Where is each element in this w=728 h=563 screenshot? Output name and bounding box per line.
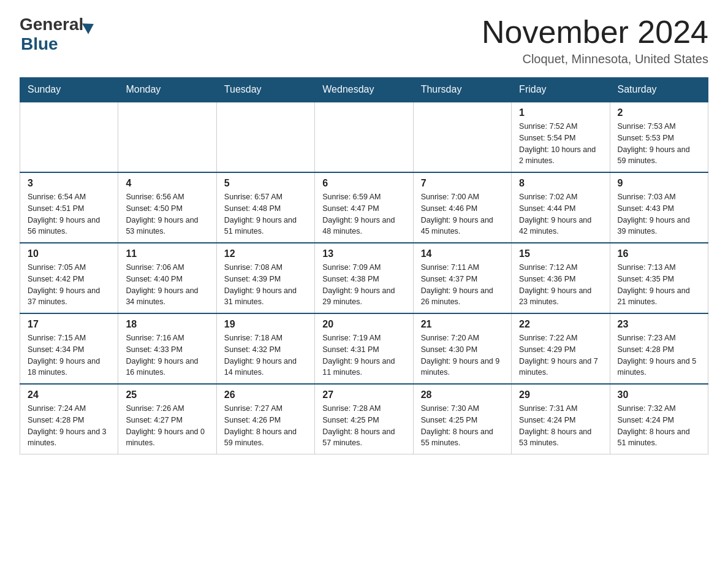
calendar-cell: 24Sunrise: 7:24 AM Sunset: 4:28 PM Dayli… — [20, 384, 118, 454]
calendar-cell: 18Sunrise: 7:16 AM Sunset: 4:33 PM Dayli… — [118, 313, 216, 384]
day-number: 14 — [421, 248, 504, 259]
day-number: 29 — [519, 389, 602, 400]
calendar-cell: 7Sunrise: 7:00 AM Sunset: 4:46 PM Daylig… — [413, 172, 511, 243]
day-info: Sunrise: 6:59 AM Sunset: 4:47 PM Dayligh… — [322, 191, 405, 237]
week-row-1: 1Sunrise: 7:52 AM Sunset: 5:54 PM Daylig… — [20, 102, 708, 172]
day-number: 15 — [519, 248, 602, 259]
day-header-monday: Monday — [118, 78, 216, 102]
day-info: Sunrise: 7:22 AM Sunset: 4:29 PM Dayligh… — [519, 332, 602, 378]
day-header-friday: Friday — [512, 78, 610, 102]
calendar-cell: 25Sunrise: 7:26 AM Sunset: 4:27 PM Dayli… — [118, 384, 216, 454]
calendar-cell: 12Sunrise: 7:08 AM Sunset: 4:39 PM Dayli… — [216, 243, 314, 313]
day-number: 19 — [224, 319, 307, 330]
calendar-cell: 22Sunrise: 7:22 AM Sunset: 4:29 PM Dayli… — [512, 313, 610, 384]
days-header-row: SundayMondayTuesdayWednesdayThursdayFrid… — [20, 78, 708, 102]
calendar-cell: 3Sunrise: 6:54 AM Sunset: 4:51 PM Daylig… — [20, 172, 118, 243]
day-number: 7 — [421, 178, 504, 189]
day-number: 20 — [322, 319, 405, 330]
week-row-5: 24Sunrise: 7:24 AM Sunset: 4:28 PM Dayli… — [20, 384, 708, 454]
day-number: 13 — [322, 248, 405, 259]
day-number: 6 — [322, 178, 405, 189]
calendar-cell: 15Sunrise: 7:12 AM Sunset: 4:36 PM Dayli… — [512, 243, 610, 313]
day-info: Sunrise: 7:11 AM Sunset: 4:37 PM Dayligh… — [421, 262, 504, 308]
day-number: 26 — [224, 389, 307, 400]
calendar-cell: 8Sunrise: 7:02 AM Sunset: 4:44 PM Daylig… — [512, 172, 610, 243]
day-info: Sunrise: 7:19 AM Sunset: 4:31 PM Dayligh… — [322, 332, 405, 378]
day-info: Sunrise: 7:28 AM Sunset: 4:25 PM Dayligh… — [322, 403, 405, 449]
week-row-3: 10Sunrise: 7:05 AM Sunset: 4:42 PM Dayli… — [20, 243, 708, 313]
day-number: 25 — [126, 389, 208, 400]
day-info: Sunrise: 7:23 AM Sunset: 4:28 PM Dayligh… — [618, 332, 700, 378]
day-number: 3 — [28, 178, 110, 189]
day-info: Sunrise: 7:31 AM Sunset: 4:24 PM Dayligh… — [519, 403, 602, 449]
day-info: Sunrise: 7:06 AM Sunset: 4:40 PM Dayligh… — [126, 262, 208, 308]
day-info: Sunrise: 7:52 AM Sunset: 5:54 PM Dayligh… — [519, 121, 602, 167]
day-info: Sunrise: 7:08 AM Sunset: 4:39 PM Dayligh… — [224, 262, 307, 308]
calendar-subtitle: Cloquet, Minnesota, United States — [482, 52, 708, 66]
day-info: Sunrise: 6:57 AM Sunset: 4:48 PM Dayligh… — [224, 191, 307, 237]
day-number: 23 — [618, 319, 700, 330]
calendar-cell: 20Sunrise: 7:19 AM Sunset: 4:31 PM Dayli… — [315, 313, 413, 384]
day-number: 2 — [618, 107, 700, 118]
day-number: 8 — [519, 178, 602, 189]
title-section: November 2024 Cloquet, Minnesota, United… — [482, 15, 708, 66]
day-info: Sunrise: 7:53 AM Sunset: 5:53 PM Dayligh… — [618, 121, 700, 167]
calendar-cell — [20, 102, 118, 172]
day-number: 11 — [126, 248, 208, 259]
day-info: Sunrise: 7:02 AM Sunset: 4:44 PM Dayligh… — [519, 191, 602, 237]
day-info: Sunrise: 7:26 AM Sunset: 4:27 PM Dayligh… — [126, 403, 208, 449]
day-header-wednesday: Wednesday — [315, 78, 413, 102]
calendar-cell: 16Sunrise: 7:13 AM Sunset: 4:35 PM Dayli… — [610, 243, 708, 313]
calendar-cell: 10Sunrise: 7:05 AM Sunset: 4:42 PM Dayli… — [20, 243, 118, 313]
day-number: 27 — [322, 389, 405, 400]
calendar-cell: 30Sunrise: 7:32 AM Sunset: 4:24 PM Dayli… — [610, 384, 708, 454]
day-header-tuesday: Tuesday — [216, 78, 314, 102]
day-number: 12 — [224, 248, 307, 259]
day-info: Sunrise: 7:12 AM Sunset: 4:36 PM Dayligh… — [519, 262, 602, 308]
calendar-cell: 19Sunrise: 7:18 AM Sunset: 4:32 PM Dayli… — [216, 313, 314, 384]
day-info: Sunrise: 7:03 AM Sunset: 4:43 PM Dayligh… — [618, 191, 700, 237]
calendar-title: November 2024 — [482, 15, 708, 50]
day-header-saturday: Saturday — [610, 78, 708, 102]
day-number: 1 — [519, 107, 602, 118]
day-number: 10 — [28, 248, 110, 259]
day-info: Sunrise: 7:30 AM Sunset: 4:25 PM Dayligh… — [421, 403, 504, 449]
calendar-cell: 14Sunrise: 7:11 AM Sunset: 4:37 PM Dayli… — [413, 243, 511, 313]
calendar-cell: 9Sunrise: 7:03 AM Sunset: 4:43 PM Daylig… — [610, 172, 708, 243]
day-number: 22 — [519, 319, 602, 330]
day-number: 21 — [421, 319, 504, 330]
day-info: Sunrise: 7:05 AM Sunset: 4:42 PM Dayligh… — [28, 262, 110, 308]
day-info: Sunrise: 7:32 AM Sunset: 4:24 PM Dayligh… — [618, 403, 700, 449]
day-number: 5 — [224, 178, 307, 189]
calendar-cell: 23Sunrise: 7:23 AM Sunset: 4:28 PM Dayli… — [610, 313, 708, 384]
calendar-cell — [413, 102, 511, 172]
day-number: 18 — [126, 319, 208, 330]
calendar-cell: 17Sunrise: 7:15 AM Sunset: 4:34 PM Dayli… — [20, 313, 118, 384]
calendar-cell: 13Sunrise: 7:09 AM Sunset: 4:38 PM Dayli… — [315, 243, 413, 313]
day-info: Sunrise: 7:15 AM Sunset: 4:34 PM Dayligh… — [28, 332, 110, 378]
calendar-table: SundayMondayTuesdayWednesdayThursdayFrid… — [20, 77, 708, 454]
day-number: 4 — [126, 178, 208, 189]
page-header: General Blue November 2024 Cloquet, Minn… — [20, 15, 708, 66]
day-header-sunday: Sunday — [20, 78, 118, 102]
day-number: 28 — [421, 389, 504, 400]
calendar-cell: 4Sunrise: 6:56 AM Sunset: 4:50 PM Daylig… — [118, 172, 216, 243]
calendar-cell: 28Sunrise: 7:30 AM Sunset: 4:25 PM Dayli… — [413, 384, 511, 454]
day-number: 30 — [618, 389, 700, 400]
calendar-cell: 27Sunrise: 7:28 AM Sunset: 4:25 PM Dayli… — [315, 384, 413, 454]
calendar-cell: 26Sunrise: 7:27 AM Sunset: 4:26 PM Dayli… — [216, 384, 314, 454]
calendar-cell — [216, 102, 314, 172]
calendar-cell: 2Sunrise: 7:53 AM Sunset: 5:53 PM Daylig… — [610, 102, 708, 172]
calendar-cell: 1Sunrise: 7:52 AM Sunset: 5:54 PM Daylig… — [512, 102, 610, 172]
day-number: 17 — [28, 319, 110, 330]
calendar-cell: 29Sunrise: 7:31 AM Sunset: 4:24 PM Dayli… — [512, 384, 610, 454]
calendar-cell: 5Sunrise: 6:57 AM Sunset: 4:48 PM Daylig… — [216, 172, 314, 243]
calendar-cell — [118, 102, 216, 172]
day-info: Sunrise: 7:16 AM Sunset: 4:33 PM Dayligh… — [126, 332, 208, 378]
week-row-2: 3Sunrise: 6:54 AM Sunset: 4:51 PM Daylig… — [20, 172, 708, 243]
day-info: Sunrise: 7:18 AM Sunset: 4:32 PM Dayligh… — [224, 332, 307, 378]
week-row-4: 17Sunrise: 7:15 AM Sunset: 4:34 PM Dayli… — [20, 313, 708, 384]
day-info: Sunrise: 6:56 AM Sunset: 4:50 PM Dayligh… — [126, 191, 208, 237]
calendar-cell: 21Sunrise: 7:20 AM Sunset: 4:30 PM Dayli… — [413, 313, 511, 384]
logo: General Blue — [20, 15, 94, 54]
